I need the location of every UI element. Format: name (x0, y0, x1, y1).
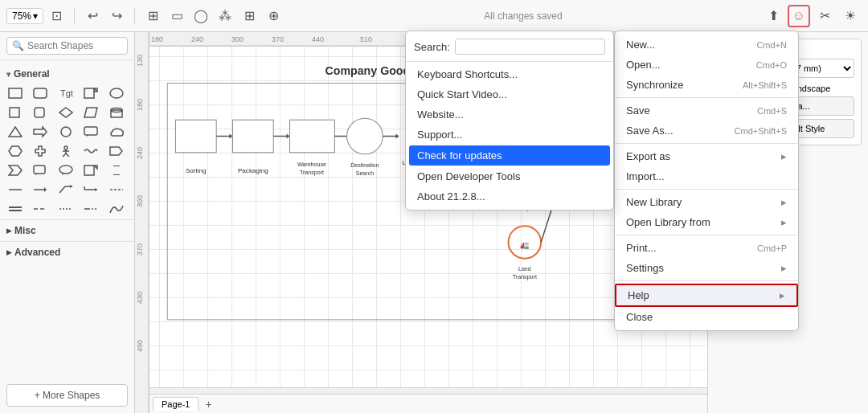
help-search-input[interactable] (455, 39, 605, 55)
help-devtools-label: Open Developer Tools (417, 170, 520, 182)
help-item-quickstart[interactable]: Quick Start Video... (406, 84, 613, 104)
menu-settings-arrow: ▸ (781, 262, 787, 274)
menu-item-print[interactable]: Print... Cmd+P (615, 238, 798, 258)
menu-item-settings[interactable]: Settings ▸ (615, 258, 798, 278)
menu-open-library-label: Open Library from (626, 216, 710, 228)
menu-open-label: Open... (626, 59, 661, 71)
menu-save-label: Save (626, 104, 650, 117)
menu-save-as-label: Save As... (626, 125, 674, 137)
menu-open-shortcut: Cmd+O (756, 60, 787, 70)
menu-open-library-arrow: ▸ (781, 216, 787, 228)
menu-item-open-library[interactable]: Open Library from ▸ (615, 212, 798, 232)
menu-print-shortcut: Cmd+P (757, 243, 787, 253)
menu-divider-3 (615, 189, 798, 190)
menu-item-save[interactable]: Save Cmd+S (615, 100, 798, 121)
help-item-about[interactable]: About 21.2.8... (406, 186, 613, 206)
context-menu-overlay[interactable]: New... Cmd+N Open... Cmd+O Synchronize A… (0, 0, 868, 413)
menu-close-label: Close (626, 311, 653, 323)
help-website-label: Website... (417, 108, 464, 121)
menu-divider-2 (615, 143, 798, 144)
menu-save-shortcut: Cmd+S (757, 106, 787, 116)
menu-export-label: Export as (626, 150, 670, 162)
help-item-keyboard[interactable]: Keyboard Shortcuts... (406, 64, 613, 84)
menu-divider-1 (615, 97, 798, 98)
menu-print-label: Print... (626, 242, 657, 254)
menu-export-arrow: ▸ (781, 150, 787, 162)
menu-new-library-label: New Library (626, 196, 682, 208)
menu-item-close[interactable]: Close (615, 307, 798, 327)
help-search-label: Search: (414, 41, 450, 53)
help-divider-1 (406, 61, 613, 62)
help-keyboard-label: Keyboard Shortcuts... (417, 68, 518, 80)
help-about-label: About 21.2.8... (417, 190, 485, 202)
help-submenu: Search: Keyboard Shortcuts... Quick Star… (405, 31, 614, 211)
menu-save-as-shortcut: Cmd+Shift+S (735, 126, 787, 136)
menu-divider-5 (615, 280, 798, 281)
help-item-website[interactable]: Website... (406, 104, 613, 125)
menu-new-shortcut: Cmd+N (756, 40, 787, 50)
menu-divider-4 (615, 235, 798, 235)
help-quickstart-label: Quick Start Video... (417, 88, 507, 100)
menu-help-label: Help (628, 289, 649, 301)
menu-new-library-arrow: ▸ (781, 196, 787, 208)
menu-import-label: Import... (626, 170, 665, 182)
help-check-updates-label: Check for updates (417, 149, 502, 162)
menu-item-save-as[interactable]: Save As... Cmd+Shift+S (615, 121, 798, 141)
menu-sync-label: Synchronize (626, 79, 684, 91)
menu-help-arrow: ▸ (780, 289, 785, 301)
menu-item-new[interactable]: New... Cmd+N (615, 35, 798, 55)
help-item-devtools[interactable]: Open Developer Tools (406, 166, 613, 186)
menu-sync-shortcut: Alt+Shift+S (743, 80, 787, 90)
menu-item-synchronize[interactable]: Synchronize Alt+Shift+S (615, 75, 798, 95)
help-item-support[interactable]: Support... (406, 125, 613, 145)
menu-item-help[interactable]: Help ▸ (615, 284, 798, 307)
menu-settings-label: Settings (626, 262, 664, 274)
menu-item-export[interactable]: Export as ▸ (615, 146, 798, 166)
menu-item-open[interactable]: Open... Cmd+O (615, 55, 798, 75)
menu-item-new-library[interactable]: New Library ▸ (615, 192, 798, 212)
help-support-label: Support... (417, 129, 462, 141)
help-item-check-updates[interactable]: Check for updates (409, 145, 610, 166)
menu-item-import[interactable]: Import... (615, 166, 798, 186)
main-menu: New... Cmd+N Open... Cmd+O Synchronize A… (614, 31, 799, 331)
menu-new-label: New... (626, 39, 655, 51)
help-search-row: Search: (406, 35, 613, 59)
